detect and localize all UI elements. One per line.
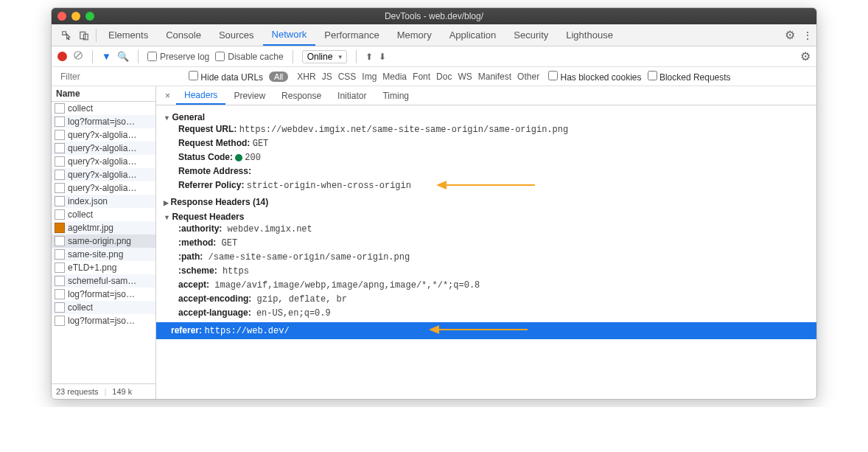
titlebar[interactable]: DevTools - web.dev/blog/	[52, 8, 816, 24]
filter-type-other[interactable]: Other	[514, 72, 542, 82]
request-name: query?x-algolia…	[68, 183, 136, 193]
response-headers-section[interactable]: Response Headers (14)	[156, 195, 816, 209]
filter-type-doc[interactable]: Doc	[433, 72, 455, 82]
file-icon	[55, 156, 65, 167]
divider	[293, 50, 293, 63]
filter-toolbar: Hide data URLs All XHRJSCSSImgMediaFontD…	[52, 67, 816, 86]
close-details-icon[interactable]: ×	[159, 91, 176, 101]
upload-har-icon[interactable]: ⬆	[365, 52, 373, 62]
filter-type-manifest[interactable]: Manifest	[475, 72, 514, 82]
network-settings-icon[interactable]: ⚙	[800, 49, 811, 63]
throttling-select[interactable]: Online	[302, 50, 347, 63]
tab-security[interactable]: Security	[505, 24, 557, 46]
filter-all[interactable]: All	[269, 72, 288, 82]
has-blocked-cookies-checkbox[interactable]: Has blocked cookies	[548, 71, 641, 83]
request-header-row: :path: /same-site-same-origin/same-origi…	[164, 250, 809, 264]
tab-sources[interactable]: Sources	[210, 24, 263, 46]
tab-application[interactable]: Application	[441, 24, 505, 46]
status-dot-icon	[235, 154, 242, 161]
request-list-panel: Name collectlog?format=jso…query?x-algol…	[52, 86, 156, 399]
request-row[interactable]: query?x-algolia…	[52, 128, 155, 142]
request-row[interactable]: collect	[52, 301, 155, 314]
detail-sub-tabs: × HeadersPreviewResponseInitiatorTiming	[156, 86, 816, 105]
filter-type-js[interactable]: JS	[319, 72, 335, 82]
name-column-header[interactable]: Name	[52, 86, 155, 102]
subtab-preview[interactable]: Preview	[225, 86, 273, 105]
tab-lighthouse[interactable]: Lighthouse	[557, 24, 622, 46]
file-icon	[55, 183, 65, 193]
window-title: DevTools - web.dev/blog/	[52, 11, 816, 21]
preserve-log-checkbox[interactable]: Preserve log	[147, 52, 209, 62]
tab-console[interactable]: Console	[157, 24, 210, 46]
main-tab-bar: ElementsConsoleSourcesNetworkPerformance…	[52, 24, 816, 46]
request-headers-heading[interactable]: Request Headers	[164, 212, 809, 222]
tab-performance[interactable]: Performance	[315, 24, 388, 46]
remote-address-row: Remote Address:	[164, 164, 809, 178]
filter-input[interactable]	[57, 70, 183, 83]
more-icon[interactable]: ⋮	[799, 30, 816, 41]
filter-type-css[interactable]: CSS	[335, 72, 360, 82]
request-headers-section[interactable]: Request Headers :authority: webdev.imgix…	[156, 209, 816, 322]
subtab-initiator[interactable]: Initiator	[329, 86, 374, 105]
request-row[interactable]: same-origin.png	[52, 234, 155, 248]
hide-data-urls-checkbox[interactable]: Hide data URLs	[189, 71, 263, 83]
filter-type-xhr[interactable]: XHR	[294, 72, 318, 82]
filter-type-font[interactable]: Font	[410, 72, 433, 82]
inspect-icon[interactable]	[57, 30, 75, 41]
request-row[interactable]: query?x-algolia…	[52, 142, 155, 155]
record-button[interactable]	[57, 52, 67, 61]
request-row[interactable]: log?format=jso…	[52, 288, 155, 301]
request-list: collectlog?format=jso…query?x-algolia…qu…	[52, 102, 155, 383]
clear-icon[interactable]	[73, 50, 83, 63]
request-name: same-origin.png	[68, 236, 131, 246]
headers-panel: General Request URL: https://webdev.imgi…	[156, 105, 816, 399]
request-name: log?format=jso…	[68, 316, 135, 326]
file-icon	[55, 236, 65, 246]
request-row[interactable]: log?format=jso…	[52, 115, 155, 128]
request-row[interactable]: log?format=jso…	[52, 314, 155, 327]
tab-network[interactable]: Network	[263, 24, 316, 46]
request-row[interactable]: query?x-algolia…	[52, 181, 155, 195]
tab-elements[interactable]: Elements	[99, 24, 157, 46]
request-name: query?x-algolia…	[68, 170, 136, 180]
request-row[interactable]: schemeful-sam…	[52, 274, 155, 288]
request-name: index.json	[68, 196, 108, 206]
subtab-timing[interactable]: Timing	[374, 86, 417, 105]
divider	[138, 50, 139, 63]
subtab-headers[interactable]: Headers	[176, 86, 225, 105]
blocked-requests-checkbox[interactable]: Blocked Requests	[648, 71, 731, 83]
request-row[interactable]: same-site.png	[52, 248, 155, 261]
request-row[interactable]: index.json	[52, 195, 155, 208]
settings-icon[interactable]: ⚙	[781, 28, 799, 42]
general-heading[interactable]: General	[164, 112, 809, 122]
search-icon[interactable]: 🔍	[117, 51, 129, 62]
general-section[interactable]: General Request URL: https://webdev.imgi…	[156, 110, 816, 195]
subtab-response[interactable]: Response	[273, 86, 329, 105]
request-name: agektmr.jpg	[68, 223, 113, 233]
file-icon	[55, 103, 65, 114]
file-icon	[55, 276, 65, 286]
svg-rect-0	[80, 32, 85, 38]
transfer-size: 149 k	[112, 387, 132, 396]
filter-type-img[interactable]: Img	[359, 72, 379, 82]
divider	[356, 50, 357, 63]
response-headers-heading[interactable]: Response Headers (14)	[164, 197, 809, 207]
filter-type-media[interactable]: Media	[379, 72, 410, 82]
filter-type-ws[interactable]: WS	[455, 72, 475, 82]
request-row[interactable]: query?x-algolia…	[52, 155, 155, 168]
request-row[interactable]: collect	[52, 102, 155, 115]
download-har-icon[interactable]: ⬇	[379, 52, 386, 62]
device-toggle-icon[interactable]	[75, 30, 93, 41]
disable-cache-checkbox[interactable]: Disable cache	[215, 52, 283, 62]
file-icon	[55, 130, 65, 140]
network-toolbar: ▼ 🔍 Preserve log Disable cache Online ⬆ …	[52, 46, 816, 67]
annotation-arrow-icon	[429, 324, 528, 335]
tab-memory[interactable]: Memory	[388, 24, 441, 46]
request-name: log?format=jso…	[68, 117, 135, 127]
request-row[interactable]: collect	[52, 208, 155, 221]
request-row[interactable]: query?x-algolia…	[52, 168, 155, 181]
filter-icon[interactable]: ▼	[102, 51, 111, 62]
request-row[interactable]: eTLD+1.png	[52, 261, 155, 274]
request-row[interactable]: agektmr.jpg	[52, 221, 155, 234]
request-name: same-site.png	[68, 249, 123, 260]
